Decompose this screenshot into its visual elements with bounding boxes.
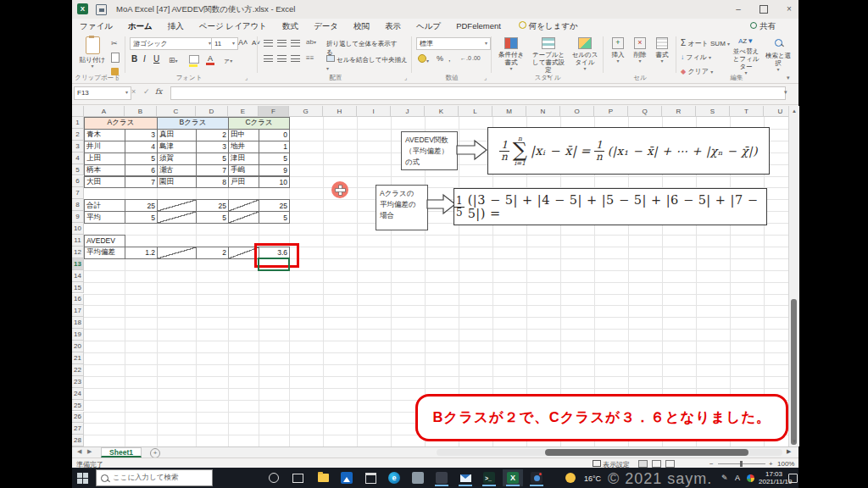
row-header-16[interactable]: 16	[72, 294, 84, 306]
cell-B12[interactable]: 1.2	[125, 247, 158, 259]
row-header-4[interactable]: 4	[72, 152, 84, 164]
row-header-26[interactable]: 26	[72, 412, 84, 424]
cell-D12[interactable]: 2	[196, 247, 229, 259]
decrease-decimal-icon[interactable]: .00	[472, 55, 481, 61]
cell-C8[interactable]	[157, 199, 197, 212]
phonetic-icon[interactable]: ァ▾	[223, 56, 232, 65]
orientation-icon[interactable]: ab▾	[306, 38, 316, 46]
row-header-11[interactable]: 11	[72, 235, 84, 247]
file-explorer-button[interactable]	[313, 469, 333, 486]
column-header-A[interactable]: A	[84, 106, 125, 117]
column-header-D[interactable]: D	[196, 106, 228, 117]
column-header-P[interactable]: P	[594, 106, 628, 117]
ribbon-tab-数式[interactable]: 数式	[275, 19, 306, 34]
cell-C2[interactable]: 真田	[157, 129, 197, 141]
horizontal-scrollbar[interactable]	[437, 449, 782, 456]
column-header-S[interactable]: S	[696, 106, 730, 117]
name-box-caret-icon[interactable]: ▾	[125, 87, 128, 98]
row-header-28[interactable]: 28	[72, 435, 84, 446]
cell-C9[interactable]	[157, 211, 197, 224]
bold-button[interactable]: B	[131, 54, 137, 64]
align-middle-icon[interactable]	[277, 40, 287, 47]
cell-D6[interactable]: 8	[196, 176, 229, 189]
number-dialog-launcher[interactable]: ⌟	[484, 75, 487, 81]
ime-mode[interactable]: A	[735, 474, 740, 482]
align-top-icon[interactable]	[264, 40, 273, 47]
cell-E3[interactable]: 地井	[228, 141, 259, 153]
row-header-17[interactable]: 17	[72, 305, 84, 317]
expand-formula-bar-icon[interactable]: ▾	[784, 89, 787, 96]
underline-button[interactable]: U	[153, 54, 159, 64]
column-header-K[interactable]: K	[425, 106, 459, 117]
hscroll-right-icon[interactable]: ▶	[787, 448, 791, 455]
avedev-formula-box[interactable]: 1n n∑i=1 |xᵢ − x̄| = 1n (|x₁ − x̄| + ⋯ +…	[487, 127, 770, 175]
align-right-icon[interactable]	[291, 55, 300, 62]
cell-E9[interactable]	[228, 211, 259, 224]
excel-taskbar-button[interactable]: X	[503, 469, 523, 486]
zoom-in-button[interactable]: +	[769, 460, 773, 468]
wrap-text-button[interactable]: 折り返して全体を表示する	[326, 40, 403, 57]
task-view-button[interactable]	[287, 469, 308, 486]
ribbon-tab-挿入[interactable]: 挿入	[160, 19, 192, 34]
cell-F6[interactable]: 10	[259, 176, 290, 189]
cell-F3[interactable]: 1	[259, 141, 290, 153]
vertical-scrollbar[interactable]: ▲ ▼	[788, 106, 799, 446]
cell-A11[interactable]: AVEDEV	[84, 235, 125, 247]
column-header-M[interactable]: M	[492, 106, 526, 117]
merge-center-button[interactable]: セルを結合して中央揃え▾	[326, 55, 408, 72]
conditional-format-button[interactable]: 条件付き書式▾	[496, 37, 526, 72]
ribbon-tab-ページ レイアウト[interactable]: ページ レイアウト	[192, 19, 275, 34]
zoom-slider-thumb[interactable]	[740, 461, 743, 467]
row-header-20[interactable]: 20	[72, 341, 84, 352]
row-header-3[interactable]: 3	[72, 141, 84, 152]
column-header-L[interactable]: L	[459, 106, 492, 117]
cell-E6[interactable]: 戸田	[228, 176, 259, 189]
column-header-N[interactable]: N	[526, 106, 560, 117]
indent-icons[interactable]: ≡≡	[306, 54, 314, 62]
row-header-27[interactable]: 27	[72, 423, 84, 435]
paste-button[interactable]: 貼り付け▾	[77, 36, 108, 69]
column-header-B[interactable]: B	[125, 106, 157, 117]
cell-E1[interactable]: Cクラス	[228, 117, 290, 130]
name-box[interactable]: F13▾	[74, 86, 131, 100]
increase-decimal-icon[interactable]: ←.0	[460, 55, 471, 61]
cell-D2[interactable]: 2	[196, 129, 229, 141]
row-header-13[interactable]: 13	[72, 258, 84, 270]
sort-filter-button[interactable]: AZ▼ 並べ替えとフィルター▾	[730, 37, 762, 76]
column-header-E[interactable]: E	[228, 106, 259, 117]
column-header-H[interactable]: H	[323, 106, 357, 117]
fill-color-icon[interactable]	[189, 55, 199, 67]
column-header-R[interactable]: R	[662, 106, 696, 117]
cell-A6[interactable]: 大田	[84, 176, 125, 189]
sheet-nav-right-icon[interactable]: ▶	[87, 448, 92, 455]
cell-F9[interactable]: 5	[259, 211, 290, 224]
ribbon-tab-PDFelement[interactable]: PDFelement	[448, 19, 509, 34]
cell-A5[interactable]: 柄本	[84, 164, 125, 177]
delete-cells-button[interactable]: × 削除▾	[630, 37, 650, 64]
ribbon-tab-校閲[interactable]: 校閲	[346, 19, 377, 34]
align-left-icon[interactable]	[264, 55, 273, 62]
cell-styles-button[interactable]: セルのスタイル▾	[570, 37, 599, 72]
clipboard-dialog-launcher[interactable]: ⌟	[116, 75, 119, 81]
percent-icon[interactable]: %	[437, 54, 443, 63]
select-all-corner[interactable]	[72, 106, 84, 117]
comma-icon[interactable]: ,	[448, 54, 451, 63]
cell-F4[interactable]: 5	[259, 152, 290, 165]
vertical-scroll-thumb[interactable]	[791, 299, 797, 445]
cell-C3[interactable]: 島津	[157, 141, 197, 153]
fx-icon[interactable]: fx	[155, 87, 162, 96]
cancel-icon[interactable]: ×	[131, 87, 136, 96]
column-header-I[interactable]: I	[357, 106, 391, 117]
cell-C6[interactable]: 園田	[157, 176, 197, 189]
mail-button[interactable]	[455, 469, 476, 486]
cell-C4[interactable]: 須賀	[157, 152, 197, 165]
row-header-15[interactable]: 15	[72, 282, 84, 294]
font-dialog-launcher[interactable]: ⌟	[245, 75, 248, 81]
ribbon-tab-データ[interactable]: データ	[306, 19, 346, 34]
insert-cells-button[interactable]: + 挿入▾	[608, 37, 628, 64]
align-bottom-icon[interactable]	[291, 40, 300, 47]
zoom-slider[interactable]	[718, 463, 765, 464]
cell-D9[interactable]: 5	[196, 211, 229, 224]
row-header-5[interactable]: 5	[72, 164, 84, 176]
cell-B6[interactable]: 7	[125, 176, 158, 189]
